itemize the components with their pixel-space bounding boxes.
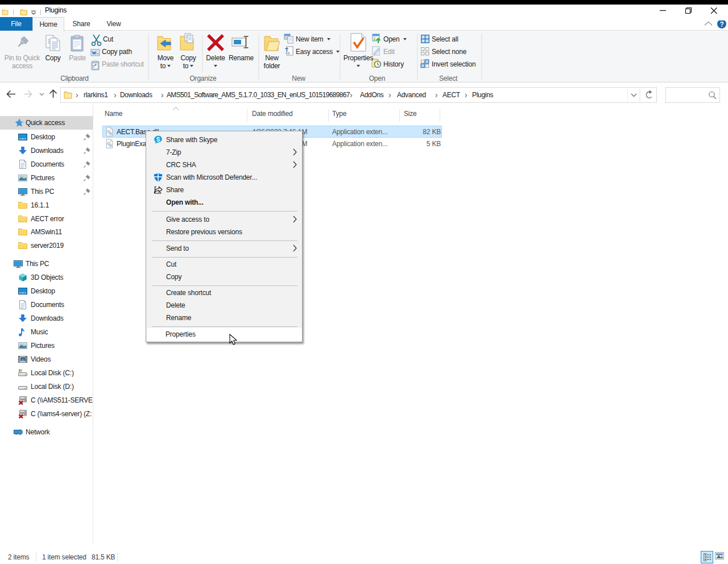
svg-text:S: S [156,136,160,143]
svg-text:?: ? [719,20,723,28]
